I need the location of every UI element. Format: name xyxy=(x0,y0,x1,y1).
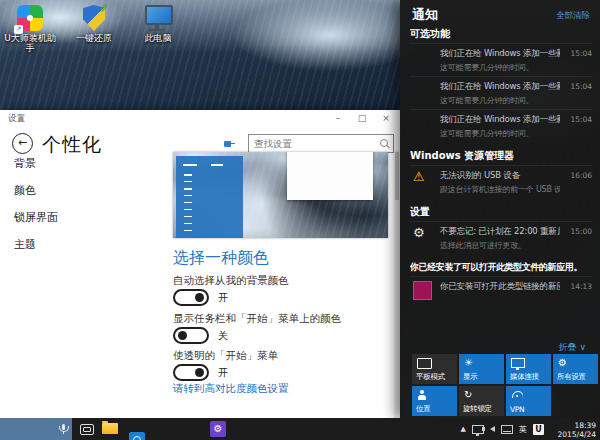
taskbar: ⚙ ▲ 英 U 18:39 2015/4/24 xyxy=(0,418,600,440)
tile-label: 平板模式 xyxy=(416,372,445,382)
quick-action-all-settings[interactable]: ⚙ 所有设置 xyxy=(553,354,598,384)
tile-label: 旋转锁定 xyxy=(463,404,492,414)
section-heading: 选择一种颜色 xyxy=(173,248,269,269)
notification[interactable]: 我们正在给 Windows 添加一些新功能 这可能需要几分钟的时间。 15:04 xyxy=(410,43,592,76)
quick-action-tablet-mode[interactable]: 平板模式 xyxy=(412,354,457,384)
microphone-icon[interactable] xyxy=(62,424,65,430)
preview-app-window xyxy=(287,152,373,200)
pin-icon[interactable] xyxy=(224,138,236,150)
color-preview-image xyxy=(173,152,388,238)
notification-title: 无法识别的 USB 设备 xyxy=(440,170,560,182)
shortcut-arrow-icon: ↗ xyxy=(14,25,23,34)
notification-time: 14:13 xyxy=(570,282,592,291)
taskbar-clock[interactable]: 18:39 2015/4/24 xyxy=(548,421,596,440)
keyboard-icon[interactable] xyxy=(501,425,513,434)
desktop-icons: ↗ U大师装机助手 ✓ 一键还原 此电脑 xyxy=(4,5,184,54)
sidebar-item-lockscreen[interactable]: 锁屏界面 xyxy=(14,210,58,225)
gear-icon: ⚙ xyxy=(413,226,425,239)
search-input[interactable] xyxy=(249,135,380,152)
page-title: 个性化 xyxy=(42,132,102,158)
desktop-icon-label: 一键还原 xyxy=(68,33,120,43)
settings-window: 设置 – □ × ← 个性化 背景 颜色 锁屏界面 主题 选择一种颜色 自动选择… xyxy=(0,110,400,422)
file-explorer-button[interactable] xyxy=(102,423,118,434)
sidebar-item-background[interactable]: 背景 xyxy=(14,156,36,171)
clock-time: 18:39 xyxy=(548,421,596,430)
udashi-tray-icon[interactable]: U xyxy=(533,424,544,435)
group-header: Windows 资源管理器 xyxy=(410,149,592,163)
desktop-icon-label: U大师装机助手 xyxy=(4,33,56,54)
desktop-icon-label: 此电脑 xyxy=(132,33,184,43)
close-button[interactable]: × xyxy=(376,111,396,125)
toggle-label-show-color: 显示任务栏和「开始」菜单上的颜色 xyxy=(173,312,341,326)
toggle-label-transparent-start: 使透明的「开始」菜单 xyxy=(173,349,278,363)
speaker-icon[interactable] xyxy=(490,426,495,432)
toggle-state: 开 xyxy=(218,291,228,305)
preview-start-menu xyxy=(176,156,243,238)
sidebar-item-themes[interactable]: 主题 xyxy=(14,237,36,252)
sidebar-item-colors[interactable]: 颜色 xyxy=(14,183,36,198)
quick-action-rotation-lock[interactable]: ↻ 旋转锁定 xyxy=(459,386,504,416)
action-center: 通知 全部清除 可选功能 我们正在给 Windows 添加一些新功能 这可能需要… xyxy=(400,0,600,418)
notification-usb[interactable]: ⚠ 无法识别的 USB 设备 跟这台计算机连接的前一个 USB 设备工作不正… … xyxy=(410,165,592,198)
computer-icon xyxy=(145,5,173,25)
tray-expand-icon[interactable]: ▲ xyxy=(461,425,466,433)
notification-title: 你已安装可打开此类型链接的新应用。 xyxy=(440,281,560,293)
media-connect-icon xyxy=(511,358,525,368)
chevron-down-icon: ∨ xyxy=(579,342,586,352)
ime-indicator[interactable]: 英 xyxy=(519,424,527,435)
notification-subtitle: 跟这台计算机连接的前一个 USB 设备工作不正… xyxy=(440,184,560,195)
app-tile-icon xyxy=(413,281,432,300)
tile-label: 媒体连接 xyxy=(510,372,539,382)
quick-action-location[interactable]: 位置 xyxy=(412,386,457,416)
taskbar-app-blue[interactable] xyxy=(129,432,145,440)
minimize-button[interactable]: – xyxy=(328,111,348,125)
toggle-transparent-start[interactable] xyxy=(173,364,209,381)
window-title: 设置 xyxy=(8,113,25,125)
notification-title: 我们正在给 Windows 添加一些新功能 xyxy=(440,114,560,126)
notification-title: 不要忘记: 已计划在 22:00 重新启动。 xyxy=(440,226,560,238)
notification-time: 15:04 xyxy=(570,82,592,91)
notification-restart[interactable]: ⚙ 不要忘记: 已计划在 22:00 重新启动。 选择此消息可进行更改。 15:… xyxy=(410,221,592,254)
quick-action-media-connect[interactable]: 媒体连接 xyxy=(506,354,551,384)
toggle-state: 开 xyxy=(218,366,228,380)
back-button[interactable]: ← xyxy=(12,133,33,154)
desktop-icon-restore[interactable]: ✓ 一键还原 xyxy=(68,5,120,54)
task-view-button[interactable] xyxy=(80,424,94,435)
notification-title: 我们正在给 Windows 添加一些新功能 xyxy=(440,48,560,60)
tablet-icon xyxy=(417,358,432,369)
tile-label: 显示 xyxy=(463,372,477,382)
quick-action-vpn[interactable]: VPN xyxy=(506,386,551,416)
notification-title: 我们正在给 Windows 添加一些新功能 xyxy=(440,81,560,93)
location-icon xyxy=(417,390,427,401)
notification-subtitle: 选择此消息可进行更改。 xyxy=(440,240,560,251)
settings-app-button[interactable]: ⚙ xyxy=(210,421,226,437)
notification-time: 15:00 xyxy=(570,227,592,236)
tile-label: 所有设置 xyxy=(557,372,586,382)
taskbar-search-box[interactable] xyxy=(0,418,72,440)
system-tray: ▲ 英 U xyxy=(461,418,544,440)
gear-icon: ⚙ xyxy=(558,358,567,368)
notification-time: 15:04 xyxy=(570,49,592,58)
desktop-icon-this-pc[interactable]: 此电脑 xyxy=(132,5,184,54)
settings-search[interactable] xyxy=(248,134,394,153)
tile-label: 位置 xyxy=(416,404,430,414)
high-contrast-link[interactable]: 请转到高对比度颜色设置 xyxy=(173,382,289,396)
notification[interactable]: 我们正在给 Windows 添加一些新功能 这可能需要几分钟的时间。 15:04 xyxy=(410,76,592,109)
collapse-link[interactable]: 折叠 ∨ xyxy=(559,341,586,354)
collapse-label: 折叠 xyxy=(559,342,577,352)
desktop-icon-udashi[interactable]: ↗ U大师装机助手 xyxy=(4,5,56,54)
toggle-label-auto-accent: 自动选择从我的背景颜色 xyxy=(173,274,289,288)
notification[interactable]: 我们正在给 Windows 添加一些新功能 这可能需要几分钟的时间。 15:04 xyxy=(410,109,592,142)
vpn-icon xyxy=(511,390,523,398)
tile-label: VPN xyxy=(510,405,524,414)
quick-action-display[interactable]: ☀ 显示 xyxy=(459,354,504,384)
toggle-show-color[interactable] xyxy=(173,327,209,344)
notification-new-app[interactable]: 你已安装可打开此类型链接的新应用。 14:13 xyxy=(410,276,592,296)
maximize-button[interactable]: □ xyxy=(352,111,372,125)
notification-time: 15:04 xyxy=(570,115,592,124)
rotation-lock-icon: ↻ xyxy=(464,390,472,400)
desktop: ↗ U大师装机助手 ✓ 一键还原 此电脑 设置 – □ × ← 个性化 背景 颜… xyxy=(0,0,600,440)
toggle-auto-accent[interactable] xyxy=(173,289,209,306)
notification-subtitle: 这可能需要几分钟的时间。 xyxy=(440,62,560,73)
group-header: 设置 xyxy=(410,205,592,219)
